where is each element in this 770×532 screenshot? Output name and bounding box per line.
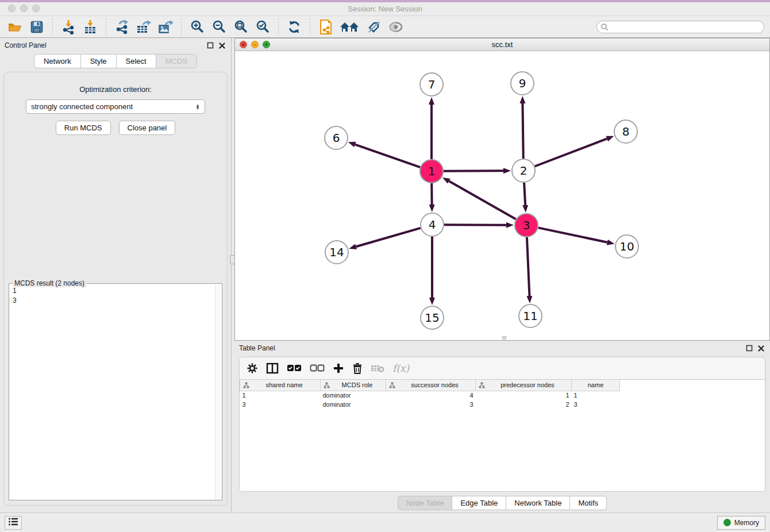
column-header-mcds-role[interactable]: MCDS role [321,380,386,391]
close-table-panel-icon[interactable] [756,344,765,353]
cell-name[interactable]: 3 [572,400,620,409]
list-icon [8,517,18,529]
tab-motifs[interactable]: Motifs [569,496,607,510]
split-columns-icon[interactable] [266,363,279,374]
graph-node-4[interactable]: 4 [420,213,444,237]
cell-name[interactable]: 1 [572,391,620,400]
network-window-titlebar: ✕ − + scc.txt [235,38,769,51]
new-network-from-selection-icon[interactable] [317,18,335,36]
tab-select[interactable]: Select [116,54,156,68]
memory-button[interactable]: Memory [717,516,765,530]
show-graphics-details-icon[interactable] [387,18,405,36]
network-resize-grip[interactable] [502,336,506,340]
graph-node-3[interactable]: 3 [514,213,538,237]
tab-style[interactable]: Style [80,54,116,68]
import-table-icon[interactable] [81,18,99,36]
gear-icon[interactable] [247,363,258,374]
zoom-window-icon[interactable] [32,5,40,12]
graph-edge-1-6[interactable] [355,145,420,168]
mcds-result-scrollbar[interactable] [215,284,221,499]
hide-labels-icon[interactable] [365,18,383,36]
tab-node-table[interactable]: Node Table [398,496,452,510]
table-panel-tabs: Node Table Edge Table Network Table Moti… [234,496,770,510]
mcds-result-line: 1 [13,286,215,296]
export-table-icon[interactable] [134,18,153,36]
cell-mcds-role[interactable]: dominator [321,391,386,400]
memory-status-icon [723,519,731,526]
tab-mcds[interactable]: MCDS [156,54,197,68]
select-all-columns-icon[interactable] [287,364,302,372]
table-panel: Table Panel [234,341,770,512]
export-image-icon[interactable] [156,18,175,36]
table-row[interactable]: 3 dominator 3 2 3 [240,400,620,409]
close-panel-button[interactable]: Close panel [119,121,176,135]
close-panel-icon[interactable] [217,41,226,50]
export-network-icon[interactable] [113,18,131,36]
refresh-icon[interactable] [285,18,303,36]
network-maximize-icon[interactable]: + [263,41,270,48]
network-minimize-icon[interactable]: − [251,41,259,48]
graph-edge-2-9[interactable] [522,103,523,159]
cell-mcds-role[interactable]: dominator [321,400,386,409]
column-header-shared-name[interactable]: shared name [240,380,321,391]
cell-predecessor-nodes[interactable]: 2 [476,400,572,409]
save-session-icon[interactable] [28,18,46,36]
close-window-icon[interactable] [8,5,16,12]
graph-node-7[interactable]: 7 [419,72,444,97]
graph-edge-2-8[interactable] [535,138,607,166]
delete-column-icon[interactable] [352,363,363,374]
tab-network[interactable]: Network [34,54,80,68]
cell-successor-nodes[interactable]: 4 [386,391,476,400]
cell-shared-name[interactable]: 1 [240,391,321,400]
table-container: f(x) shared name MCDS role succe [239,357,765,492]
minimize-window-icon[interactable] [20,5,28,12]
function-builder-icon[interactable]: f(x) [392,363,409,374]
open-session-icon[interactable] [6,18,24,36]
cell-predecessor-nodes[interactable]: 1 [476,391,572,400]
graph-node-2[interactable]: 2 [511,159,536,183]
import-network-icon[interactable] [59,18,78,36]
search-input[interactable] [596,21,764,33]
float-table-panel-icon[interactable] [745,344,754,353]
add-column-icon[interactable] [333,363,344,374]
graph-node-10[interactable]: 10 [615,234,639,259]
zoom-out-icon[interactable] [210,18,228,36]
graph-edge-3-1[interactable] [449,181,515,219]
float-panel-icon[interactable] [206,41,215,50]
statusbar: Memory [0,512,770,532]
zoom-fit-icon[interactable] [232,18,250,36]
graph-edge-1-2[interactable] [444,171,503,171]
cell-successor-nodes[interactable]: 3 [386,400,476,409]
column-header-predecessor-nodes[interactable]: predecessor nodes [476,380,572,391]
graph-node-9[interactable]: 9 [510,71,534,95]
graph-node-11[interactable]: 11 [518,304,542,328]
cell-shared-name[interactable]: 3 [240,400,321,409]
graph-edge-4-3[interactable] [444,225,506,225]
home-layout-icon[interactable] [338,18,361,36]
network-canvas[interactable]: 7968124314101511 [235,51,769,340]
graph-edge-4-14[interactable] [356,228,421,246]
criterion-select[interactable]: strongly connected component ▲▼ [26,99,205,114]
column-header-successor-nodes[interactable]: successor nodes [386,380,476,391]
graph-node-8[interactable]: 8 [614,119,638,144]
traffic-lights [8,5,40,12]
graph-node-1[interactable]: 1 [419,159,444,183]
column-header-name[interactable]: name [572,380,620,391]
network-close-icon[interactable]: ✕ [240,41,247,48]
mcds-result-list[interactable]: 1 3 [13,286,215,499]
tab-network-table[interactable]: Network Table [506,496,569,510]
zoom-in-icon[interactable] [188,18,206,36]
graph-edge-2-3[interactable] [524,183,525,205]
graph-node-15[interactable]: 15 [420,306,444,330]
zoom-selected-icon[interactable] [253,18,272,36]
delete-table-icon[interactable] [371,363,384,373]
run-mcds-button[interactable]: Run MCDS [56,121,111,135]
table-row[interactable]: 1 dominator 4 1 1 [240,391,620,400]
tab-edge-table[interactable]: Edge Table [452,496,506,510]
graph-node-14[interactable]: 14 [325,240,349,264]
deselect-all-columns-icon[interactable] [310,364,325,372]
graph-edge-3-10[interactable] [538,228,607,242]
graph-edge-3-11[interactable] [527,237,530,296]
graph-node-6[interactable]: 6 [324,126,348,150]
task-history-button[interactable] [5,516,22,530]
